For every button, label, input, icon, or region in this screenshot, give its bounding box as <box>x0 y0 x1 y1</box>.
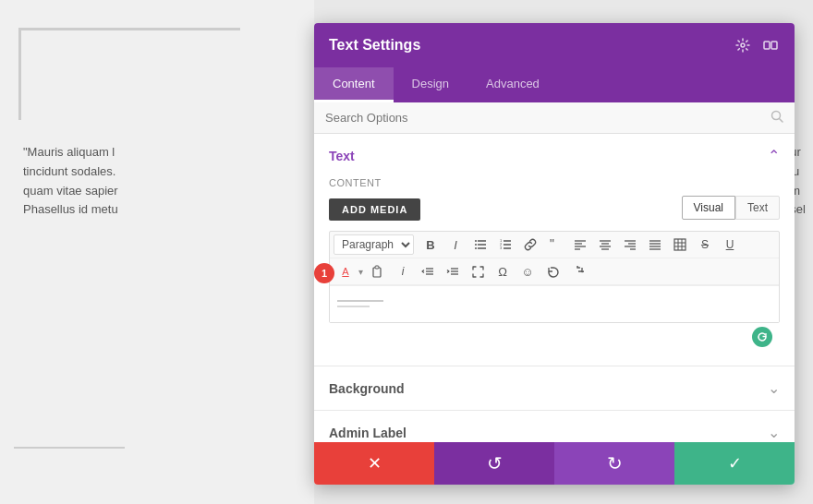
link-button[interactable] <box>518 234 542 256</box>
text-section: Text ⌃ Content ADD MEDIA Visual Text <box>314 134 795 366</box>
undo-toolbar-button[interactable] <box>540 260 564 282</box>
color-dropdown-icon[interactable]: ▾ <box>358 267 363 277</box>
align-left-button[interactable] <box>568 234 592 256</box>
admin-label-section: Admin Label ⌄ <box>314 411 795 442</box>
paste-button[interactable] <box>366 260 390 282</box>
text-settings-modal: Text Settings Content Design Advanced <box>314 23 795 485</box>
outdent-button[interactable] <box>416 260 440 282</box>
tab-content[interactable]: Content <box>314 67 394 102</box>
admin-label-section-title: Admin Label <box>329 426 406 440</box>
search-input[interactable] <box>325 111 771 125</box>
settings-icon[interactable] <box>734 36 752 54</box>
background-section: Background ⌄ <box>314 366 795 411</box>
svg-rect-1 <box>764 42 770 49</box>
redo-button[interactable]: ↻ <box>554 442 674 485</box>
fullscreen-button[interactable] <box>466 260 490 282</box>
modal-title: Text Settings <box>329 37 420 54</box>
italic2-button[interactable]: i <box>391 260 415 282</box>
svg-text:": " <box>550 238 554 251</box>
svg-point-9 <box>475 244 477 246</box>
unordered-list-button[interactable] <box>468 234 492 256</box>
corner-decoration <box>18 28 240 120</box>
editor-tabs: Visual Text <box>682 196 780 220</box>
align-right-button[interactable] <box>618 234 642 256</box>
confirm-button[interactable]: ✓ <box>674 442 795 485</box>
editor-tab-visual[interactable]: Visual <box>682 196 735 220</box>
editor-refresh-area <box>329 323 780 351</box>
svg-line-4 <box>780 119 783 123</box>
align-center-button[interactable] <box>593 234 617 256</box>
editor-content-area[interactable] <box>330 285 779 322</box>
modal-header: Text Settings <box>314 23 795 67</box>
svg-point-0 <box>741 43 745 47</box>
quote-button[interactable]: " <box>543 234 567 256</box>
cancel-button[interactable]: ✕ <box>314 442 434 485</box>
toolbar-row-1: Paragraph Heading 1 Heading 2 B I 123 <box>330 232 779 258</box>
background-section-title: Background <box>329 381 405 396</box>
modal-tabs: Content Design Advanced <box>314 67 795 102</box>
header-icons <box>734 36 780 54</box>
indent-button[interactable] <box>441 260 465 282</box>
text-section-content: Content ADD MEDIA Visual Text Paragraph … <box>314 177 795 366</box>
editor-toolbar: Paragraph Heading 1 Heading 2 B I 123 <box>329 231 780 323</box>
svg-rect-2 <box>771 42 777 49</box>
tab-advanced[interactable]: Advanced <box>467 67 558 102</box>
background-section-header[interactable]: Background ⌄ <box>314 366 795 410</box>
svg-point-10 <box>475 247 477 249</box>
admin-label-section-chevron: ⌄ <box>768 424 780 441</box>
emoji-button[interactable]: ☺ <box>516 260 540 282</box>
content-label: Content <box>329 177 780 188</box>
text-color-button[interactable]: A <box>334 260 358 282</box>
text-section-chevron: ⌃ <box>768 147 780 164</box>
editor-tab-text[interactable]: Text <box>735 196 780 220</box>
strikethrough-button[interactable]: S <box>693 234 717 256</box>
tab-design[interactable]: Design <box>394 67 467 102</box>
search-icon <box>771 110 783 126</box>
modal-body: Text ⌃ Content ADD MEDIA Visual Text <box>314 134 795 442</box>
step-badge: 1 <box>314 263 334 283</box>
ordered-list-button[interactable]: 123 <box>493 234 517 256</box>
page-text-left: "Mauris aliquam l tincidunt sodales. qua… <box>14 143 328 220</box>
undo-button[interactable]: ↺ <box>434 442 554 485</box>
editor-header-row: ADD MEDIA Visual Text <box>329 196 780 223</box>
bold-button[interactable]: B <box>419 234 443 256</box>
underline-button[interactable]: U <box>718 234 742 256</box>
redo-toolbar-button[interactable] <box>565 260 589 282</box>
refresh-button[interactable] <box>752 327 772 347</box>
omega-button[interactable]: Ω <box>491 260 515 282</box>
italic-button[interactable]: I <box>443 234 467 256</box>
background-section-chevron: ⌄ <box>768 379 780 397</box>
text-section-title: Text <box>329 149 355 163</box>
svg-point-8 <box>475 240 477 242</box>
toolbar-row-2: A ▾ i <box>330 258 779 285</box>
admin-label-section-header[interactable]: Admin Label ⌄ <box>314 411 795 442</box>
svg-rect-34 <box>674 239 686 250</box>
search-bar <box>314 102 795 134</box>
bottom-line <box>14 447 125 449</box>
paragraph-select[interactable]: Paragraph Heading 1 Heading 2 <box>334 234 414 255</box>
svg-rect-40 <box>375 266 379 269</box>
text-section-header[interactable]: Text ⌃ <box>314 134 795 177</box>
modal-footer: ✕ ↺ ↻ ✓ <box>314 442 795 485</box>
add-media-button[interactable]: ADD MEDIA <box>329 198 420 221</box>
svg-text:3: 3 <box>500 246 503 250</box>
align-justify-button[interactable] <box>643 234 667 256</box>
expand-icon[interactable] <box>761 36 780 54</box>
table-button[interactable] <box>668 234 692 256</box>
